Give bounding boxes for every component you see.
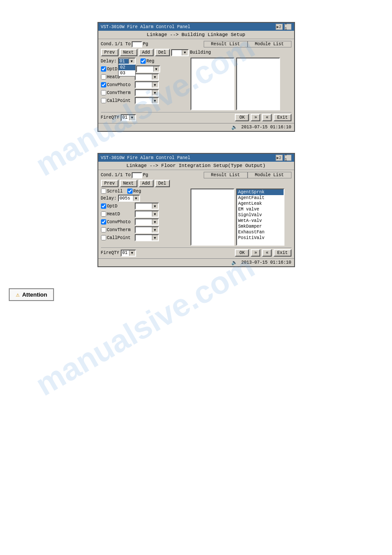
- panel2-next-btn[interactable]: Next: [120, 180, 137, 187]
- panel1-heatd-dropdown[interactable]: ▼: [135, 73, 159, 80]
- panel1-result-list[interactable]: [191, 58, 234, 110]
- panel1-optd-row: OptD ▼: [101, 65, 189, 73]
- panel1-delay-opt1[interactable]: 02: [119, 65, 135, 70]
- panel2-scroll-label: Scroll: [107, 189, 123, 194]
- panel2-module-item-1[interactable]: AgentFault: [237, 195, 284, 201]
- panel1-main-dropdown[interactable]: ▼: [171, 49, 189, 56]
- panel2-convtherm-checkbox[interactable]: [101, 227, 106, 232]
- panel2-module-header: Module List: [248, 172, 291, 178]
- panel2-delay-row: Delay: 005s ▼: [101, 195, 189, 202]
- panel1-convphoto-checkbox[interactable]: [101, 82, 106, 87]
- panel2-callpoint-checkbox[interactable]: [101, 235, 106, 240]
- panel1-optd-text: OptD: [107, 67, 118, 72]
- panel2-top-row: Cond. 1/1 To Pg Result List Module List: [101, 172, 291, 178]
- panel1-heatd-checkbox[interactable]: [101, 74, 106, 80]
- panel1-delay-opt2[interactable]: 03: [119, 70, 135, 76]
- panel1-heatd-arrow[interactable]: ▼: [152, 74, 158, 80]
- panel2-optd-arrow[interactable]: ▼: [152, 203, 158, 209]
- panel1-next-nav-btn[interactable]: »: [251, 114, 260, 121]
- panel2-left: Scroll Reg Delay: 005s: [101, 189, 189, 246]
- panel2-convtherm-arrow[interactable]: ▼: [152, 227, 158, 232]
- panel1-dropdown-arrow[interactable]: ▼: [182, 50, 188, 55]
- panel2-module-list[interactable]: AgentSprnkAgentFaultAgentLeakEM valveSig…: [236, 189, 284, 246]
- panel1-delay-arrow[interactable]: ▼: [129, 58, 135, 64]
- panel2-fireqty-arrow[interactable]: ▼: [129, 250, 135, 256]
- panel1-convtherm-checkbox[interactable]: [101, 90, 106, 95]
- panel1-convtherm-dropdown[interactable]: ▼: [135, 89, 159, 96]
- panel1-icon1[interactable]: ▶2: [276, 24, 283, 30]
- panel2-module-list-scroll[interactable]: AgentSprnkAgentFaultAgentLeakEM valveSig…: [237, 189, 284, 245]
- panel2-fireqty-label: FireQTY: [101, 250, 119, 255]
- panel2-to-input[interactable]: [132, 172, 142, 178]
- panel1-callpoint-arrow[interactable]: ▼: [152, 98, 158, 103]
- panel2-delay-dropdown[interactable]: 005s ▼: [118, 195, 140, 202]
- panel2-callpoint-dropdown[interactable]: ▼: [135, 234, 159, 241]
- panel2-module-item-4[interactable]: SignlValv: [237, 212, 284, 218]
- panel1-to-input[interactable]: [132, 41, 142, 47]
- panel1-optd-checkbox[interactable]: [101, 66, 106, 72]
- panel1-icon2[interactable]: + 1: [284, 24, 291, 30]
- panel2-heatd-arrow[interactable]: ▼: [152, 211, 158, 217]
- panel2-del-btn[interactable]: Del: [155, 180, 170, 187]
- panel2-optd-label: OptD: [101, 203, 132, 209]
- panel2-fireqty-dropdown[interactable]: 01 ▼: [121, 250, 136, 257]
- panel1-fireqty-dropdown[interactable]: 01 ▼: [121, 114, 136, 121]
- panel1-optd-arrow[interactable]: ▼: [153, 66, 159, 72]
- panel2-result-list[interactable]: [191, 189, 234, 246]
- panel1-module-list[interactable]: [236, 58, 280, 110]
- panel2-reg: Reg: [127, 189, 141, 194]
- panel1-prev-btn[interactable]: Prev: [101, 49, 119, 56]
- panel2-delay-arrow[interactable]: ▼: [133, 196, 139, 201]
- panel2-next-nav-btn[interactable]: »: [251, 249, 260, 257]
- panel2-module-item-5[interactable]: WetA-valv: [237, 218, 284, 224]
- panel1-ok-btn[interactable]: OK: [235, 114, 249, 121]
- panel2-scroll-checkbox[interactable]: [101, 189, 106, 194]
- panel2-module-item-0[interactable]: AgentSprnk: [237, 189, 284, 195]
- panel2-window: VST-3010W Fire Alarm Control Panel ▶2 + …: [97, 153, 295, 267]
- panel1-building-label: Building: [190, 50, 211, 55]
- panel2-ok-btn[interactable]: OK: [235, 249, 249, 257]
- panel2-module-item-6[interactable]: SmkDamper: [237, 224, 284, 229]
- panel2-reg-checkbox[interactable]: [127, 189, 133, 194]
- panel2-convphoto-dropdown[interactable]: ▼: [135, 218, 159, 225]
- panel1-convtherm-arrow[interactable]: ▼: [152, 90, 158, 95]
- panel1-prev-nav-btn[interactable]: «: [262, 114, 272, 121]
- panel1-convphoto-dropdown[interactable]: ▼: [135, 81, 159, 88]
- panel2-callpoint-arrow[interactable]: ▼: [152, 235, 158, 240]
- panel1-optd-dropdown[interactable]: ▼: [136, 65, 160, 73]
- panel2-convphoto-arrow[interactable]: ▼: [152, 219, 158, 225]
- panel2-callpoint-label: CallPoint: [101, 235, 132, 240]
- panel1-next-btn[interactable]: Next: [120, 49, 137, 56]
- panel1-add-btn[interactable]: Add: [139, 49, 154, 56]
- panel2-icon2[interactable]: + 1: [284, 155, 291, 161]
- panel2-module-item-8[interactable]: PositiValv: [237, 235, 284, 241]
- panels-section: VST-3010W Fire Alarm Control Panel ▶2 + …: [9, 9, 383, 301]
- panel1-convphoto-arrow[interactable]: ▼: [152, 82, 158, 87]
- panel2-prev-nav-btn[interactable]: «: [262, 249, 272, 257]
- panel2-optd-dropdown[interactable]: ▼: [135, 203, 159, 210]
- panel2-heatd-checkbox[interactable]: [101, 211, 106, 217]
- panel2-optd-checkbox[interactable]: [101, 203, 106, 209]
- panel2-heatd-dropdown[interactable]: ▼: [135, 210, 159, 218]
- panel2-exit-btn[interactable]: Exit: [273, 249, 291, 257]
- panel1-reg-checkbox[interactable]: [140, 58, 146, 64]
- panel2-result-header: Result List: [204, 172, 248, 178]
- panel2-convphoto-checkbox[interactable]: [101, 219, 106, 225]
- panel1-status-bar: 🔈 2013-07-15 01:16:10: [98, 123, 294, 131]
- panel1-del-btn[interactable]: Del: [155, 49, 170, 56]
- panel2-icon1[interactable]: ▶2: [276, 155, 283, 161]
- panel2-convtherm-dropdown[interactable]: ▼: [135, 226, 159, 233]
- panel2-controls-row: Prev Next Add Del: [101, 180, 291, 187]
- panel2-module-item-2[interactable]: AgentLeak: [237, 201, 284, 207]
- panel2-module-item-7[interactable]: ExhaustFan: [237, 229, 284, 235]
- panel1-module-header: Module List: [248, 41, 291, 47]
- panel2-add-btn[interactable]: Add: [139, 180, 154, 187]
- panel1-exit-btn[interactable]: Exit: [273, 114, 291, 121]
- panel1-delay-dropdown[interactable]: 01 ▼: [118, 58, 136, 65]
- panel1-callpoint-checkbox[interactable]: [101, 98, 106, 103]
- panel1-fireqty-arrow[interactable]: ▼: [129, 115, 135, 120]
- panel1-callpoint-dropdown[interactable]: ▼: [135, 97, 159, 104]
- panel2-module-item-3[interactable]: EM valve: [237, 207, 284, 212]
- panel1-convtherm-label: ConvTherm: [101, 90, 132, 95]
- panel2-prev-btn[interactable]: Prev: [101, 180, 119, 187]
